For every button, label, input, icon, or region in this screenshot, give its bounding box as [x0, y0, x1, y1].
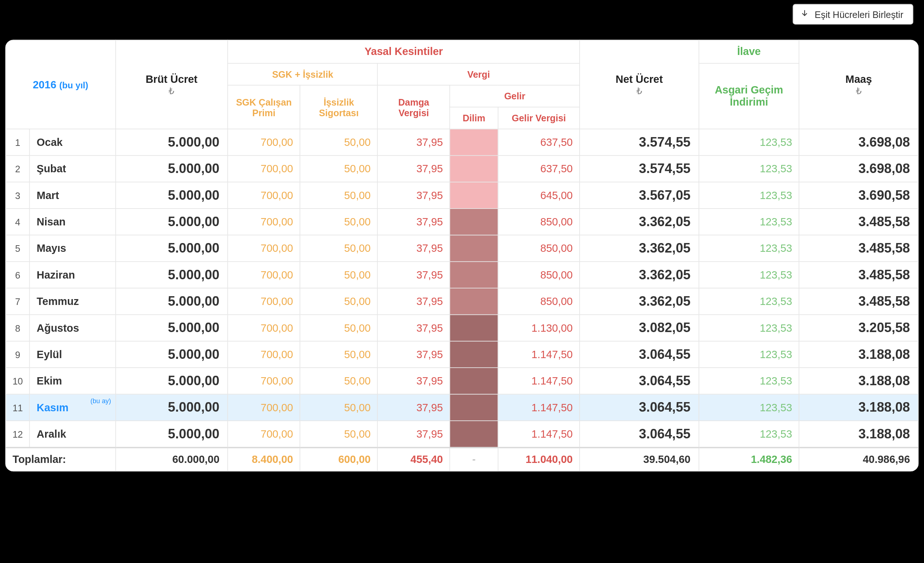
table-row: 6Haziran5.000,00700,0050,0037,95850,003.…: [6, 262, 918, 288]
row-dilim: [450, 341, 498, 368]
row-issizlik: 50,00: [300, 155, 378, 182]
row-damga: 37,95: [378, 209, 450, 235]
header-maas: Maaş ₺: [799, 40, 918, 129]
row-dilim: [450, 394, 498, 420]
row-dilim: [450, 262, 498, 288]
row-agi: 123,53: [699, 209, 799, 235]
header-damga: Damga Vergisi: [378, 85, 450, 129]
row-dilim: [450, 209, 498, 235]
row-net: 3.362,05: [580, 235, 699, 261]
row-brut: 5.000,00: [116, 368, 228, 394]
table-row: 1Ocak5.000,00700,0050,0037,95637,503.574…: [6, 129, 918, 155]
row-net: 3.574,55: [580, 129, 699, 155]
row-dilim: [450, 368, 498, 394]
table-row: 2Şubat5.000,00700,0050,0037,95637,503.57…: [6, 155, 918, 182]
row-month: Kasım(bu ay): [30, 394, 116, 420]
row-sgk: 700,00: [228, 394, 300, 420]
row-agi: 123,53: [699, 421, 799, 447]
merge-equal-cells-button[interactable]: Eşit Hücreleri Birleştir: [793, 4, 914, 24]
row-sgk: 700,00: [228, 288, 300, 314]
arrow-down-icon: [800, 9, 809, 20]
row-dilim: [450, 235, 498, 261]
row-maas: 3.485,58: [799, 288, 918, 314]
totals-brut: 60.000,00: [116, 447, 228, 471]
row-net: 3.362,05: [580, 262, 699, 288]
row-index: 1: [6, 129, 30, 155]
header-gelir-group: Gelir: [450, 85, 580, 107]
totals-agi: 1.482,36: [699, 447, 799, 471]
row-damga: 37,95: [378, 155, 450, 182]
row-gelir: 1.147,50: [498, 394, 580, 420]
row-damga: 37,95: [378, 262, 450, 288]
row-index: 8: [6, 314, 30, 341]
row-agi: 123,53: [699, 314, 799, 341]
totals-isz: 600,00: [300, 447, 378, 471]
row-agi: 123,53: [699, 288, 799, 314]
row-month: Mart: [30, 182, 116, 209]
row-brut: 5.000,00: [116, 155, 228, 182]
row-sgk: 700,00: [228, 421, 300, 447]
row-gelir: 850,00: [498, 262, 580, 288]
row-month: Temmuz: [30, 288, 116, 314]
row-brut: 5.000,00: [116, 288, 228, 314]
merge-button-label: Eşit Hücreleri Birleştir: [815, 9, 903, 20]
row-month: Haziran: [30, 262, 116, 288]
row-agi: 123,53: [699, 235, 799, 261]
row-net: 3.064,55: [580, 394, 699, 420]
row-damga: 37,95: [378, 182, 450, 209]
row-issizlik: 50,00: [300, 235, 378, 261]
table-row: 3Mart5.000,00700,0050,0037,95645,003.567…: [6, 182, 918, 209]
row-dilim: [450, 129, 498, 155]
row-month: Nisan: [30, 209, 116, 235]
row-gelir: 850,00: [498, 209, 580, 235]
row-issizlik: 50,00: [300, 314, 378, 341]
row-gelir: 1.147,50: [498, 341, 580, 368]
row-index: 2: [6, 155, 30, 182]
totals-gelir: 11.040,00: [498, 447, 580, 471]
row-brut: 5.000,00: [116, 235, 228, 261]
totals-maas: 40.986,96: [799, 447, 918, 471]
header-issizlik: İşsizlik Sigortası: [300, 85, 378, 129]
table-row: 12Aralık5.000,00700,0050,0037,951.147,50…: [6, 421, 918, 447]
table-row: 10Ekim5.000,00700,0050,0037,951.147,503.…: [6, 368, 918, 394]
row-index: 9: [6, 341, 30, 368]
row-month: Şubat: [30, 155, 116, 182]
row-sgk: 700,00: [228, 235, 300, 261]
table-row: 4Nisan5.000,00700,0050,0037,95850,003.36…: [6, 209, 918, 235]
row-gelir: 645,00: [498, 182, 580, 209]
row-agi: 123,53: [699, 368, 799, 394]
row-dilim: [450, 182, 498, 209]
row-index: 12: [6, 421, 30, 447]
row-index: 7: [6, 288, 30, 314]
row-brut: 5.000,00: [116, 421, 228, 447]
header-agi: Asgari Geçim İndirimi: [699, 63, 799, 129]
row-gelir: 637,50: [498, 155, 580, 182]
row-month: Mayıs: [30, 235, 116, 261]
header-sgk: SGK Çalışan Primi: [228, 85, 300, 129]
row-sgk: 700,00: [228, 182, 300, 209]
row-damga: 37,95: [378, 314, 450, 341]
totals-sgk: 8.400,00: [228, 447, 300, 471]
row-net: 3.574,55: [580, 155, 699, 182]
row-dilim: [450, 421, 498, 447]
row-sgk: 700,00: [228, 341, 300, 368]
row-sgk: 700,00: [228, 209, 300, 235]
row-net: 3.064,55: [580, 421, 699, 447]
row-net: 3.082,05: [580, 314, 699, 341]
row-net: 3.362,05: [580, 209, 699, 235]
row-net: 3.362,05: [580, 288, 699, 314]
row-brut: 5.000,00: [116, 314, 228, 341]
row-agi: 123,53: [699, 182, 799, 209]
header-yasal-kesintiler: Yasal Kesintiler: [228, 40, 580, 63]
row-maas: 3.188,08: [799, 368, 918, 394]
row-damga: 37,95: [378, 341, 450, 368]
row-maas: 3.698,08: [799, 129, 918, 155]
header-sgk-group: SGK + İşsizlik: [228, 63, 378, 86]
row-agi: 123,53: [699, 155, 799, 182]
row-index: 6: [6, 262, 30, 288]
row-net: 3.064,55: [580, 341, 699, 368]
row-index: 10: [6, 368, 30, 394]
row-brut: 5.000,00: [116, 129, 228, 155]
table-row: 11Kasım(bu ay)5.000,00700,0050,0037,951.…: [6, 394, 918, 420]
header-dilim: Dilim: [450, 107, 498, 129]
